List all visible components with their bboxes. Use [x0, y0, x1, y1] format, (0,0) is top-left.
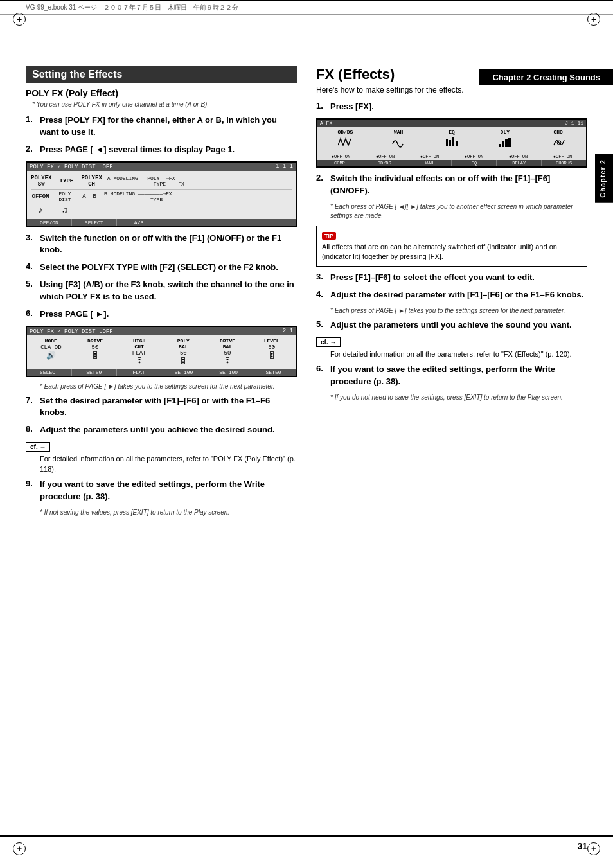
lcd2-col-drivebal: DRIVEBAL 50 🎛 [206, 338, 249, 366]
right-step-6: 6. If you want to save the edited settin… [316, 364, 587, 388]
step-4: 4. Select the POLYFX TYPE with [F2] (SEL… [26, 261, 297, 274]
svg-rect-2 [452, 137, 454, 146]
right-step-3: 3. Press [F1]–[F6] to select the effect … [316, 272, 587, 284]
lcd2-col-mode: MODE CLA OD 🔊 [30, 338, 73, 366]
lcd2-col-drive: DRIVE 50 🎛 [74, 338, 117, 366]
eq-icon [445, 136, 459, 148]
svg-rect-7 [508, 138, 511, 147]
right-column: FX (Effects) Here's how to make settings… [316, 66, 587, 521]
right-cf-container: cf. → For detailed information on all th… [316, 337, 587, 360]
lcd2-body: MODE CLA OD 🔊 DRIVE 50 🎛 HIGHCUT FLAT 🎛 [27, 335, 296, 369]
fx-lcd-on-row: ●OFF ON ●OFF ON ●OFF ON ●OFF ON ●OFF ON … [317, 154, 586, 160]
lcd-display-2: POLY FX ✓ POLY DIST LOFF 2 1 MODE CLA OD… [26, 326, 297, 377]
fx-col-eq: EQ [427, 129, 477, 152]
right-step2-subnote: * Each press of PAGE [ ◄][ ►] takes you … [330, 202, 587, 220]
right-cf-note: For detailed information on all the para… [330, 350, 587, 360]
wah-icon [391, 136, 405, 148]
poly-fx-note: * You can use POLY FX in only one channe… [32, 101, 297, 108]
right-step-4: 4. Adjust the desired parameter with [F1… [316, 289, 587, 301]
lcd1-row1: POLYFXSW TYPE POLYFXCH A MODELING ——POLY… [31, 173, 292, 190]
lcd1-bottom: OFF/ON SELECT A/B [27, 219, 296, 226]
lcd2-top: POLY FX ✓ POLY DIST LOFF 2 1 [27, 327, 296, 335]
lcd2-col-highcut: HIGHCUT FLAT 🎛 [118, 338, 161, 366]
fx-col-odds: OD/DS [320, 129, 371, 152]
step-5: 5. Using [F3] (A/B) or the F3 knob, swit… [26, 279, 297, 303]
fx-subtitle: Here's how to make settings for the effe… [316, 85, 587, 94]
right-step6-subnote: * If you do not need to save the setting… [330, 393, 587, 402]
step-7: 7. Set the desired parameter with [F1]–[… [26, 395, 297, 420]
step-9: 9. If you want to save the edited settin… [26, 479, 297, 503]
right-step-5: 5. Adjust the parameters until you achie… [316, 319, 587, 332]
lcd1-top: POLY FX ✓ POLY DIST LOFF 1 1 1 [27, 163, 296, 171]
tip-label: TIP [322, 232, 336, 240]
lcd-display-1: POLY FX ✓ POLY DIST LOFF 1 1 1 POLYFXSW … [26, 161, 297, 227]
top-bar: VG-99_e.book 31 ページ ２００７年７月５日 木曜日 午前９時２２… [0, 0, 613, 15]
svg-rect-4 [499, 144, 501, 147]
step-2: 2. Press PAGE [ ◄] several times to disp… [26, 144, 297, 156]
dly-icon [498, 136, 512, 148]
top-bar-text: VG-99_e.book 31 ページ ２００７年７月５日 木曜日 午前９時２２… [26, 3, 238, 12]
section-title-setting-effects: Setting the Effects [26, 66, 297, 83]
right-step-2: 2. Switch the individual effects on or o… [316, 173, 587, 197]
page-number: 31 [577, 841, 587, 851]
lcd1-body: POLYFXSW TYPE POLYFXCH A MODELING ——POLY… [27, 171, 296, 219]
steps-7-8: 7. Set the desired parameter with [F1]–[… [26, 395, 297, 437]
step-8: 8. Adjust the parameters until you achie… [26, 424, 297, 436]
fx-lcd-display: A FX J 1 11 OD/DS WAH [316, 118, 587, 168]
step-6: 6. Press PAGE [ ►]. [26, 308, 297, 321]
steps-list: 1. Press [POLY FX] for the channel, eith… [26, 114, 297, 156]
two-column-layout: Setting the Effects POLY FX (Poly Effect… [26, 66, 587, 521]
lcd1-row3: ♪ ♫ [31, 204, 292, 217]
right-step-1: 1. Press [FX]. [316, 101, 587, 113]
tip-box: TIP All effects that are on can be alter… [316, 226, 587, 267]
svg-rect-3 [456, 141, 458, 146]
step-1: 1. Press [POLY FX] for the channel, eith… [26, 114, 297, 139]
cf-note: For detailed information on all the para… [40, 454, 297, 475]
step-9-container: 9. If you want to save the edited settin… [26, 479, 297, 503]
svg-rect-6 [505, 139, 508, 147]
tip-text: All effects that are on can be alternate… [322, 242, 582, 263]
cho-icon [551, 136, 565, 148]
fx-title: FX (Effects) [316, 66, 587, 83]
lcd2-col-level: LEVEL 50 🎛 [250, 338, 293, 366]
svg-rect-1 [449, 140, 451, 146]
page-bottom: 31 [0, 835, 613, 855]
cf-container: cf. → For detailed information on all th… [26, 441, 297, 475]
step6-subnote: * Each press of PAGE [ ►] takes you to t… [40, 382, 297, 391]
subsection-title-poly-fx: POLY FX (Poly Effect) [26, 88, 297, 98]
svg-rect-5 [502, 141, 504, 147]
fx-col-dly: DLY [479, 129, 530, 152]
left-column: Setting the Effects POLY FX (Poly Effect… [26, 66, 297, 521]
fx-lcd-top: A FX J 1 11 [317, 120, 586, 127]
right-step4-subnote: * Each press of PAGE [ ►] takes you to t… [330, 306, 587, 315]
fx-col-wah: WAH [373, 129, 424, 152]
steps-3-5: 3. Switch the function on or off with th… [26, 233, 297, 321]
fx-col-cho: CHO [533, 129, 583, 152]
step-3: 3. Switch the function on or off with th… [26, 233, 297, 257]
lcd2-bottom: SELECT SET50 FLAT SET100 SET100 SET50 [27, 369, 296, 376]
svg-rect-0 [446, 139, 448, 146]
wave-icon [338, 136, 352, 148]
lcd2-col-polybal: POLYBAL 50 🎛 [162, 338, 205, 366]
cf-box: cf. → [26, 442, 50, 452]
page-content: Setting the Effects POLY FX (Poly Effect… [0, 15, 613, 547]
right-cf-box: cf. → [316, 337, 341, 347]
step9-subnote: * If not saving the values, press [EXIT]… [40, 508, 297, 517]
lcd1-row2: OFFON POLYDIST A B B MODELING ————————→F… [31, 190, 292, 204]
fx-lcd-body: OD/DS WAH [317, 127, 586, 154]
fx-lcd-bottom: COMP OD/DS WAH EQ DELAY CHORUS [317, 160, 586, 166]
